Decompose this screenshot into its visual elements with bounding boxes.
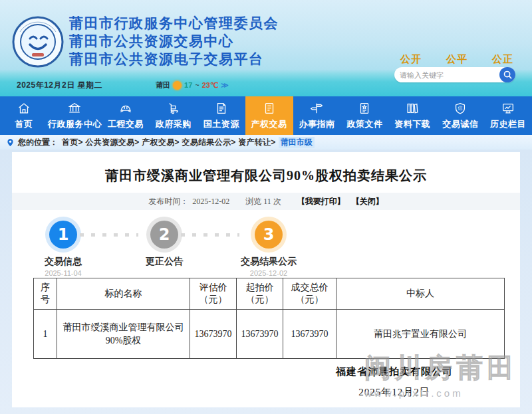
cell-index: 1	[34, 310, 57, 359]
weather-more-icon[interactable]: ≫	[221, 81, 229, 90]
main-nav: 首页 行政服务中心 工程交易 政府采购 国土资源 产权交易 办事指南	[0, 96, 532, 135]
hardhat-icon	[118, 101, 133, 116]
nav-item-integrity[interactable]: 信 交易诚信	[436, 96, 484, 135]
date-weather-bar: 2025年12月2日 星期二 莆田 17 ~ 23℃ ≫	[0, 74, 532, 96]
col-header-index: 序号	[34, 278, 57, 310]
step-trade-info[interactable]: 1 交易信息 2025-11-04	[23, 217, 103, 277]
slogans: 公开 公平 公正	[400, 53, 513, 66]
cell-eval-price: 13673970	[190, 310, 237, 359]
nav-label: 资料下载	[394, 118, 430, 130]
temp-separator: ~	[195, 81, 199, 89]
home-icon	[17, 101, 31, 116]
weather-city: 莆田	[156, 80, 170, 90]
step-number: 2	[159, 225, 170, 244]
step-number-badge: 2	[150, 221, 178, 249]
nav-label: 历史栏目	[490, 118, 526, 130]
nav-label: 交易诚信	[442, 118, 478, 130]
nav-item-guide[interactable]: 办事指南	[293, 96, 341, 135]
nav-item-property-rights[interactable]: 产权交易	[245, 96, 293, 135]
col-header-start-price: 起拍价（元）	[237, 278, 283, 310]
nav-item-engineering[interactable]: 工程交易	[102, 96, 150, 135]
view-count: 浏览 11 次	[245, 196, 281, 207]
nav-item-land-resources[interactable]: 国土资源	[198, 96, 245, 135]
step-number: 1	[58, 225, 69, 244]
nav-label: 产权交易	[251, 118, 287, 130]
print-button[interactable]: 【我要打印】	[297, 196, 345, 207]
breadcrumb-prefix: 您的位置：	[18, 137, 58, 148]
org-title-1: 莆田市行政服务中心管理委员会	[69, 15, 279, 33]
nav-item-policy-files[interactable]: 政策文件	[340, 96, 388, 135]
site-header: 莆田市行政服务中心管理委员会 莆田市公共资源交易中心 莆田市公共资源电子交易平台…	[0, 0, 532, 96]
step-correction-notice[interactable]: 2 更正公告	[124, 217, 204, 269]
nav-label: 工程交易	[108, 118, 144, 130]
nav-item-procurement[interactable]: 政府采购	[150, 96, 198, 135]
breadcrumb-trail[interactable]: 首页> 公共资源交易> 产权交易> 交易结果公示> 资产转让>	[62, 137, 276, 148]
location-pin-icon	[7, 138, 14, 147]
auction-result-table: 序号 标的名称 评估价（元） 起拍价（元） 成交总价（元） 中标人 1 莆田市绶…	[33, 278, 505, 359]
svg-text:信: 信	[458, 105, 464, 111]
cell-total-price: 13673970	[283, 310, 336, 359]
nav-label: 办事指南	[299, 118, 334, 130]
slogan-just: 公正	[492, 53, 513, 66]
nav-label: 行政服务中心	[48, 118, 102, 130]
current-date: 2025年12月2日 星期二	[17, 80, 102, 91]
table-row: 1 莆田市绶溪商业管理有限公司90%股权 13673970 13673970 1…	[34, 310, 505, 359]
cell-winner: 莆田兆宇置业有限公司	[336, 310, 505, 359]
org-titles: 莆田市行政服务中心管理委员会 莆田市公共资源交易中心 莆田市公共资源电子交易平台	[69, 15, 279, 68]
col-header-eval-price: 评估价（元）	[190, 278, 237, 310]
step-number-badge: 1	[49, 221, 77, 249]
publish-info-bar: 发布时间：2025-12-02 浏览 11 次 【我要打印】 【关闭】	[12, 193, 520, 210]
page-background: 莆田市绶溪商业管理有限公司90%股权拍卖结果公示 发布时间：2025-12-02…	[0, 150, 532, 414]
step-date: 2025-12-02	[229, 269, 309, 277]
col-header-winner: 中标人	[336, 278, 505, 310]
bank-icon	[67, 101, 82, 116]
nav-label: 政府采购	[156, 118, 192, 130]
nav-label: 国土资源	[203, 118, 239, 130]
table-header-row: 序号 标的名称 评估价（元） 起拍价（元） 成交总价（元） 中标人	[34, 278, 505, 310]
nav-item-downloads[interactable]: 资料下载	[388, 96, 436, 135]
document-footer: 福建省沛晨拍卖有限公司 2025年12月2日	[12, 365, 520, 399]
nav-item-history[interactable]: 历史栏目	[484, 96, 532, 135]
certificate-icon	[262, 101, 277, 116]
org-title-2: 莆田市公共资源交易中心	[69, 33, 279, 51]
step-ring: 3	[251, 217, 287, 253]
content-card: 莆田市绶溪商业管理有限公司90%股权拍卖结果公示 发布时间：2025-12-02…	[12, 152, 520, 407]
policy-doc-icon	[357, 101, 372, 116]
temp-high: 23℃	[202, 81, 219, 90]
cell-subject: 莆田市绶溪商业管理有限公司90%股权	[57, 310, 190, 359]
land-doc-icon	[214, 101, 229, 116]
trolley-icon	[166, 101, 181, 116]
step-label: 交易结果公示	[229, 256, 309, 268]
step-ring: 2	[146, 217, 182, 253]
document-date: 2025年12月2日	[278, 386, 511, 399]
publish-date: 2025-12-02	[192, 197, 229, 207]
process-steps: 1 交易信息 2025-11-04 2 更正公告	[12, 217, 520, 278]
nav-label: 政策文件	[346, 118, 382, 130]
breadcrumb-current[interactable]: 莆田市级	[279, 137, 315, 148]
nav-label: 首页	[15, 118, 33, 130]
page-title: 莆田市绶溪商业管理有限公司90%股权拍卖结果公示	[12, 152, 520, 185]
weather-widget: 莆田 17 ~ 23℃ ≫	[156, 80, 229, 90]
auction-company-name: 福建省沛晨拍卖有限公司	[278, 365, 511, 378]
slogan-open: 公开	[400, 53, 422, 66]
publish-time-label: 发布时间：	[148, 196, 188, 207]
col-header-total-price: 成交总价（元）	[283, 278, 336, 310]
step-ring: 1	[45, 217, 81, 253]
nav-item-admin-center[interactable]: 行政服务中心	[48, 96, 102, 135]
cell-start-price: 13673970	[237, 310, 283, 359]
step-label: 更正公告	[124, 256, 204, 268]
step-number: 3	[263, 225, 275, 244]
monitor-icon	[501, 101, 515, 116]
step-label: 交易信息	[23, 256, 103, 268]
col-header-subject: 标的名称	[57, 278, 190, 310]
step-result-publicity[interactable]: 3 交易结果公示 2025-12-02	[229, 217, 309, 277]
signpost-icon	[309, 101, 324, 116]
close-button[interactable]: 【关闭】	[352, 196, 384, 207]
books-icon	[405, 101, 420, 116]
nav-item-home[interactable]: 首页	[0, 96, 48, 135]
shield-icon: 信	[453, 101, 467, 116]
step-date: 2025-11-04	[23, 269, 103, 277]
step-number-badge: 3	[255, 221, 283, 249]
temp-low: 17	[184, 81, 192, 89]
site-logo-icon	[12, 16, 64, 68]
